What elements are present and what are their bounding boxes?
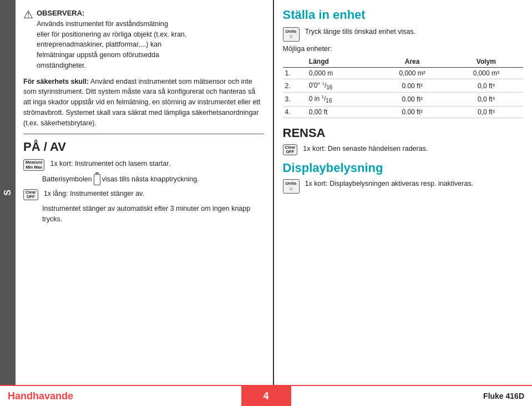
col-length: Längd — [307, 56, 376, 68]
display-sun-icon: ☼ — [288, 186, 293, 192]
row2-area: 0.00 ft² — [375, 79, 449, 93]
clear-off-description: 1x lång: Instrumentet stänger av. — [44, 189, 144, 199]
clear-off-icon-wrap: ClearOFF — [23, 189, 40, 201]
units-table: Längd Area Volym 1. 0,000 m 0,000 m² 0,0… — [283, 56, 524, 118]
row3-num: 3. — [283, 93, 307, 106]
row1-area: 0,000 m² — [375, 68, 449, 79]
row3-area: 0.00 ft² — [375, 93, 449, 106]
auto-off-line: Instrumentet stänger av automatiskt efte… — [42, 204, 264, 225]
sidebar-label: S — [3, 190, 13, 196]
row1-num: 1. — [283, 68, 307, 79]
warning-line1: Används instrumentet för avståndsmätning — [37, 20, 168, 28]
left-column: ⚠ OBSERVERA: Används instrumentet för av… — [16, 0, 274, 385]
footer-left: Handhavande — [0, 390, 241, 402]
row1-volume: 0,000 m³ — [449, 68, 523, 79]
row3-length: 0 in 1/16 — [307, 93, 376, 106]
row2-length: 0'0'' 1/16 — [307, 79, 376, 93]
display-description: 1x kort: Displaybelysningen aktiveras re… — [305, 179, 474, 189]
page-number: 4 — [264, 390, 269, 402]
pa-av-section: PÅ / AV MeasureMin Max 1x kort: Instrume… — [23, 140, 264, 225]
warning-title: OBSERVERA: — [37, 9, 84, 17]
table-header-row: Längd Area Volym — [283, 56, 524, 68]
units-icon-wrap: Units ☼ — [283, 27, 302, 42]
columns: ⚠ OBSERVERA: Används instrumentet för av… — [16, 0, 532, 385]
rensa-clear-button-icon: ClearOFF — [283, 144, 298, 156]
stalla-in-enhet-section: Ställa in enhet Units ☼ Tryck länge till… — [283, 8, 524, 118]
row1-length: 0,000 m — [307, 68, 376, 79]
warning-line2: eller för positionering av rörliga objek… — [37, 31, 186, 38]
col-num — [283, 56, 307, 68]
units-instruction-line: Units ☼ Tryck länge tills önskad enhet v… — [283, 27, 524, 42]
display-units-button-icon: Units ☼ — [283, 179, 300, 194]
clear-off-button-icon: ClearOFF — [23, 189, 38, 201]
safety-title: För säkerhets skull: — [23, 78, 89, 85]
warning-block: ⚠ OBSERVERA: Används instrumentet för av… — [23, 8, 264, 71]
displaybelysning-section: Displaybelysning Units ☼ 1x kort: Displa… — [283, 161, 524, 194]
row4-num: 4. — [283, 106, 307, 118]
display-title: Displaybelysning — [283, 161, 524, 175]
warning-line5: omständigheter. — [37, 62, 86, 69]
pa-av-title: PÅ / AV — [23, 140, 264, 154]
measure-button-icon: MeasureMin Max — [23, 159, 44, 171]
footer-right: Fluke 416D — [291, 392, 532, 400]
main-content: S ⚠ OBSERVERA: Används instrumentet för … — [0, 0, 532, 385]
col-area: Area — [375, 56, 449, 68]
row4-volume: 0,0 ft³ — [449, 106, 523, 118]
right-column: Ställa in enhet Units ☼ Tryck länge till… — [274, 0, 533, 385]
footer-model: Fluke 416D — [483, 392, 524, 400]
table-row: 3. 0 in 1/16 0.00 ft² 0,0 ft³ — [283, 93, 524, 106]
table-row: 4. 0,00 ft 0.00 ft² 0,0 ft³ — [283, 106, 524, 118]
measure-line: MeasureMin Max 1x kort: Instrumentet och… — [23, 159, 264, 171]
warning-icon: ⚠ — [23, 8, 33, 21]
battery-text2: visas tills nästa knapptryckning. — [102, 174, 199, 185]
rensa-title: RENSA — [283, 126, 524, 140]
display-icon-wrap: Units ☼ — [283, 179, 302, 194]
warning-text: OBSERVERA: Används instrumentet för avst… — [37, 8, 186, 71]
row4-area: 0.00 ft² — [375, 106, 449, 118]
col-volume: Volym — [449, 56, 523, 68]
battery-icon — [94, 174, 100, 185]
auto-off-text: Instrumentet stänger av automatiskt efte… — [42, 204, 264, 225]
units-button-icon: Units ☼ — [283, 27, 300, 42]
clear-off-line: ClearOFF 1x lång: Instrumentet stänger a… — [23, 189, 264, 201]
stalla-in-enhet-title: Ställa in enhet — [283, 8, 524, 22]
rensa-icon-wrap: ClearOFF — [283, 144, 300, 156]
row2-volume: 0,0 ft³ — [449, 79, 523, 93]
safety-block: För säkerhets skull: Använd endast instr… — [23, 77, 264, 129]
table-row: 2. 0'0'' 1/16 0.00 ft² 0,0 ft³ — [283, 79, 524, 93]
footer-page-number: 4 — [241, 386, 291, 406]
row4-length: 0,00 ft — [307, 106, 376, 118]
rensa-section: RENSA ClearOFF 1x kort: Den senaste händ… — [283, 126, 524, 156]
possible-units-label: Möjliga enheter: — [283, 45, 524, 53]
measure-description: 1x kort: Instrumentet och lasern startar… — [50, 159, 170, 169]
sun-icon: ☼ — [288, 34, 293, 39]
measure-icon-wrap: MeasureMin Max — [23, 159, 47, 171]
row2-num: 2. — [283, 79, 307, 93]
sidebar-tab: S — [0, 0, 16, 385]
table-row: 1. 0,000 m 0,000 m² 0,000 m³ — [283, 68, 524, 79]
page-wrapper: S ⚠ OBSERVERA: Används instrumentet för … — [0, 0, 532, 406]
warning-line4: felmätningar uppstå genom oförutsedda — [37, 51, 159, 59]
rensa-description: 1x kort: Den senaste händelsen raderas. — [303, 144, 428, 154]
footer: Handhavande 4 Fluke 416D — [0, 385, 532, 406]
battery-text1: Batterisymbolen — [42, 174, 92, 185]
units-description: Tryck länge tills önskad enhet visas. — [305, 27, 416, 37]
rensa-instruction-line: ClearOFF 1x kort: Den senaste händelsen … — [283, 144, 524, 156]
warning-line3: entreprenadmaskiner, plattformar,...) ka… — [37, 40, 161, 48]
row3-volume: 0,0 ft³ — [449, 93, 523, 106]
display-instruction-line: Units ☼ 1x kort: Displaybelysningen akti… — [283, 179, 524, 194]
footer-handhavande: Handhavande — [8, 390, 73, 402]
divider-1 — [23, 134, 264, 134]
battery-line: Batterisymbolen visas tills nästa knappt… — [42, 174, 264, 185]
